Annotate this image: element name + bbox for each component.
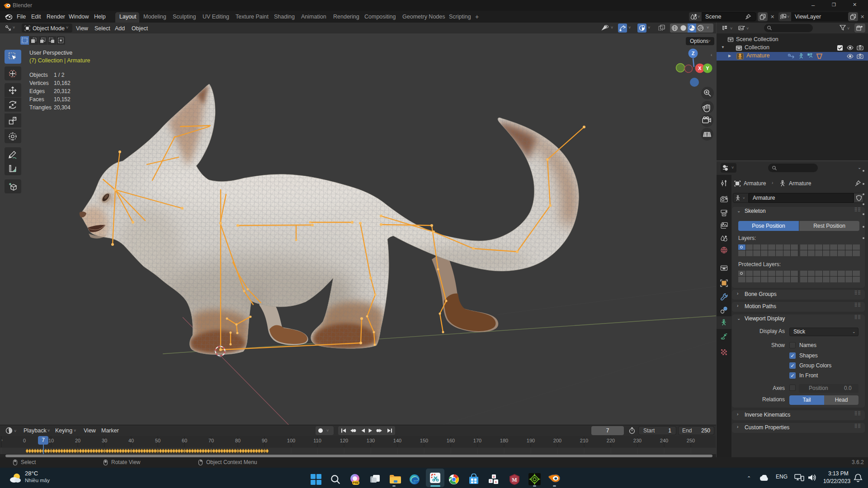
svg-text:M: M [512, 477, 517, 483]
svg-text:PRE: PRE [353, 481, 359, 484]
svg-text:u: u [493, 475, 495, 478]
svg-text:i: i [491, 479, 491, 483]
svg-text:Z: Z [692, 51, 695, 56]
svg-text:Y: Y [706, 66, 709, 71]
svg-text:X: X [698, 66, 702, 71]
svg-text:n: n [495, 480, 497, 483]
